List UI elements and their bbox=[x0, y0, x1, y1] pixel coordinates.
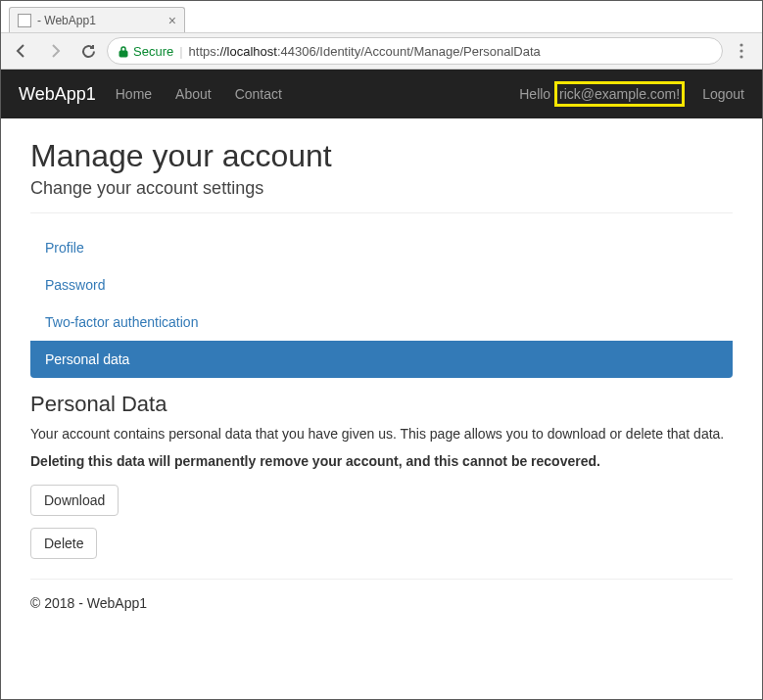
nav-links: Home About Contact bbox=[116, 86, 282, 102]
close-tab-icon[interactable]: × bbox=[168, 13, 176, 28]
user-email-highlight: rick@example.com! bbox=[554, 81, 685, 107]
browser-toolbar: Secure | https://localhost:44306/Identit… bbox=[1, 32, 762, 70]
manage-tabs: Profile Password Two-factor authenticati… bbox=[30, 229, 733, 378]
nav-right: Hello rick@example.com! Logout bbox=[519, 86, 744, 102]
tab-two-factor[interactable]: Two-factor authentication bbox=[30, 303, 733, 341]
delete-button[interactable]: Delete bbox=[30, 528, 97, 559]
nav-link-home[interactable]: Home bbox=[116, 86, 152, 102]
divider bbox=[30, 212, 733, 213]
warning-text: Deleting this data will permanently remo… bbox=[30, 452, 733, 472]
svg-point-7 bbox=[739, 55, 742, 58]
address-bar[interactable]: Secure | https://localhost:44306/Identit… bbox=[107, 37, 723, 65]
browser-window: Guest - WebApp1 × bbox=[0, 0, 763, 700]
hello-user[interactable]: Hello rick@example.com! bbox=[519, 86, 685, 102]
browser-tab-strip: - WebApp1 × bbox=[1, 1, 762, 32]
logout-link[interactable]: Logout bbox=[702, 86, 744, 102]
tab-password[interactable]: Password bbox=[30, 266, 733, 303]
app-navbar: WebApp1 Home About Contact Hello rick@ex… bbox=[1, 70, 762, 118]
svg-point-6 bbox=[739, 49, 742, 52]
hello-prefix: Hello bbox=[519, 86, 554, 102]
svg-rect-4 bbox=[119, 51, 127, 57]
page-viewport: WebApp1 Home About Contact Hello rick@ex… bbox=[1, 70, 762, 699]
secure-label: Secure bbox=[133, 44, 173, 59]
section-heading: Personal Data bbox=[30, 392, 733, 417]
nav-link-about[interactable]: About bbox=[175, 86, 212, 102]
tab-title: - WebApp1 bbox=[37, 14, 96, 27]
footer-text: © 2018 - WebApp1 bbox=[30, 595, 733, 611]
page-subtitle: Change your account settings bbox=[30, 178, 733, 199]
tab-profile[interactable]: Profile bbox=[30, 229, 733, 266]
address-url: https://localhost:44306/Identity/Account… bbox=[189, 44, 541, 59]
reload-button[interactable] bbox=[73, 37, 103, 65]
address-separator: | bbox=[179, 44, 182, 59]
nav-link-contact[interactable]: Contact bbox=[235, 86, 282, 102]
divider bbox=[30, 579, 733, 580]
tab-personal-data[interactable]: Personal data bbox=[30, 341, 733, 378]
secure-indicator: Secure bbox=[118, 44, 173, 59]
download-button[interactable]: Download bbox=[30, 485, 119, 516]
action-buttons: Download Delete bbox=[30, 479, 733, 565]
lock-icon bbox=[118, 45, 129, 58]
browser-menu-button[interactable] bbox=[727, 37, 756, 65]
forward-button[interactable] bbox=[40, 37, 70, 65]
intro-text: Your account contains personal data that… bbox=[30, 425, 733, 444]
brand[interactable]: WebApp1 bbox=[19, 84, 96, 105]
favicon-icon bbox=[18, 14, 31, 27]
browser-tab[interactable]: - WebApp1 × bbox=[9, 7, 185, 32]
svg-point-5 bbox=[739, 43, 742, 46]
page-title: Manage your account bbox=[30, 138, 733, 174]
back-button[interactable] bbox=[7, 37, 36, 65]
main-container: Manage your account Change your account … bbox=[1, 118, 762, 630]
